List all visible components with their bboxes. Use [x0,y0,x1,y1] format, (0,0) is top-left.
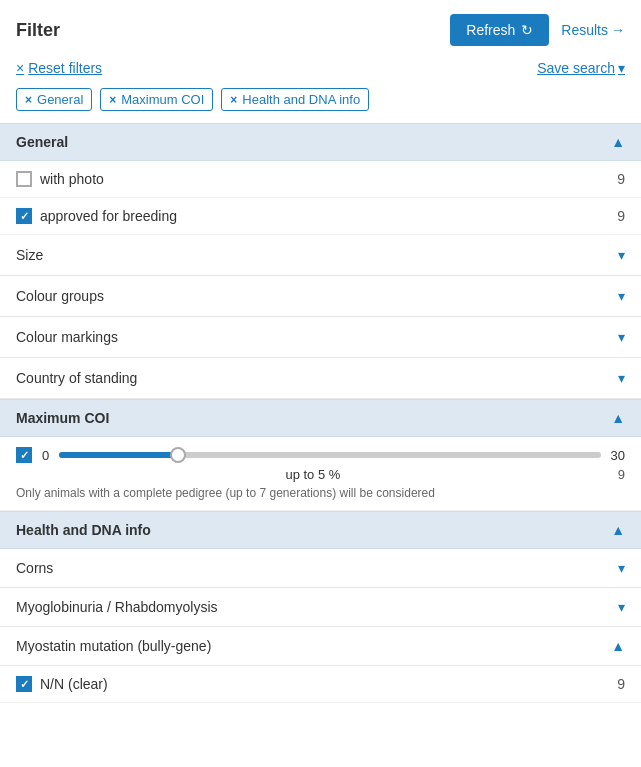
section-size-chevron-icon: ▾ [618,247,625,263]
section-coi-content: 0 30 up to 5 % 9 Only animals with a com… [0,437,641,511]
nn-clear-label: N/N (clear) [40,676,108,692]
subsection-corns-title: Corns [16,560,53,576]
save-search-chevron-icon: ▾ [618,60,625,76]
tag-maximum-coi-label: Maximum COI [121,92,204,107]
tag-general[interactable]: × General [16,88,92,111]
nn-clear-checkbox[interactable] [16,676,32,692]
approved-breeding-checkbox[interactable] [16,208,32,224]
slider-min-label: 0 [42,448,49,463]
reset-x-icon: × [16,60,24,76]
section-colour-groups-title: Colour groups [16,288,104,304]
active-filters-tags: × General × Maximum COI × Health and DNA… [0,84,641,123]
subsection-myostatin-title: Myostatin mutation (bully-gene) [16,638,211,654]
subsection-myostatin-chevron-icon: ▲ [611,638,625,654]
subsection-myoglobinuria-chevron-icon: ▾ [618,599,625,615]
save-search-link[interactable]: Save search ▾ [537,60,625,76]
actions-row: × Reset filters Save search ▾ [0,56,641,84]
section-country-standing-header[interactable]: Country of standing ▾ [0,358,641,399]
coi-slider-area: 0 30 up to 5 % 9 Only animals with a com… [0,437,641,511]
section-coi-title: Maximum COI [16,410,109,426]
page-title: Filter [16,20,60,41]
section-size-header[interactable]: Size ▾ [0,235,641,276]
section-country-standing-chevron-icon: ▾ [618,370,625,386]
refresh-icon: ↻ [521,22,533,38]
coi-count: 9 [618,467,625,482]
save-search-label: Save search [537,60,615,76]
tag-health-dna[interactable]: × Health and DNA info [221,88,369,111]
section-size-title: Size [16,247,43,263]
results-arrow-icon: → [611,22,625,38]
tag-x-icon: × [230,93,237,107]
section-general-chevron-icon: ▲ [611,134,625,150]
filter-row-nn-clear: N/N (clear) 9 [0,666,641,703]
coi-slider-fill [59,452,178,458]
approved-breeding-count: 9 [617,208,625,224]
tag-health-dna-label: Health and DNA info [242,92,360,107]
subsection-myostatin-content: N/N (clear) 9 [0,666,641,703]
coi-slider-row: 0 30 [16,447,625,463]
coi-percent-row: up to 5 % 9 [16,467,625,482]
refresh-button[interactable]: Refresh ↻ [450,14,549,46]
reset-filters-link[interactable]: × Reset filters [16,60,102,76]
coi-slider-thumb[interactable] [170,447,186,463]
tag-x-icon: × [25,93,32,107]
tag-maximum-coi[interactable]: × Maximum COI [100,88,213,111]
section-colour-groups-chevron-icon: ▾ [618,288,625,304]
section-general-header[interactable]: General ▲ [0,123,641,161]
coi-slider-track[interactable] [59,452,600,458]
section-coi-chevron-icon: ▲ [611,410,625,426]
section-health-dna-content: Corns ▾ Myoglobinuria / Rhabdomyolysis ▾… [0,549,641,703]
approved-breeding-label: approved for breeding [40,208,177,224]
subsection-myoglobinuria-header[interactable]: Myoglobinuria / Rhabdomyolysis ▾ [0,588,641,627]
header-actions: Refresh ↻ Results → [450,14,625,46]
subsection-corns-header[interactable]: Corns ▾ [0,549,641,588]
results-link[interactable]: Results → [561,22,625,38]
page-header: Filter Refresh ↻ Results → [0,0,641,56]
slider-max-label: 30 [611,448,625,463]
tag-x-icon: × [109,93,116,107]
section-health-dna-title: Health and DNA info [16,522,151,538]
section-health-dna-chevron-icon: ▲ [611,522,625,538]
filter-row-with-photo: with photo 9 [0,161,641,198]
subsection-corns-chevron-icon: ▾ [618,560,625,576]
section-general-content: with photo 9 approved for breeding 9 [0,161,641,235]
tag-general-label: General [37,92,83,107]
refresh-label: Refresh [466,22,515,38]
coi-percent-label: up to 5 % [16,467,610,482]
with-photo-checkbox[interactable] [16,171,32,187]
filter-row-approved-breeding: approved for breeding 9 [0,198,641,235]
results-label: Results [561,22,608,38]
with-photo-count: 9 [617,171,625,187]
section-general-title: General [16,134,68,150]
section-coi-header[interactable]: Maximum COI ▲ [0,399,641,437]
section-colour-markings-header[interactable]: Colour markings ▾ [0,317,641,358]
subsection-myoglobinuria-title: Myoglobinuria / Rhabdomyolysis [16,599,218,615]
section-colour-markings-chevron-icon: ▾ [618,329,625,345]
coi-enabled-checkbox[interactable] [16,447,32,463]
coi-slider-note: Only animals with a complete pedigree (u… [16,486,625,500]
section-country-standing-title: Country of standing [16,370,137,386]
subsection-myostatin-header[interactable]: Myostatin mutation (bully-gene) ▲ [0,627,641,666]
section-colour-markings-title: Colour markings [16,329,118,345]
section-health-dna-header[interactable]: Health and DNA info ▲ [0,511,641,549]
nn-clear-count: 9 [617,676,625,692]
with-photo-label: with photo [40,171,104,187]
section-colour-groups-header[interactable]: Colour groups ▾ [0,276,641,317]
reset-filters-label: Reset filters [28,60,102,76]
